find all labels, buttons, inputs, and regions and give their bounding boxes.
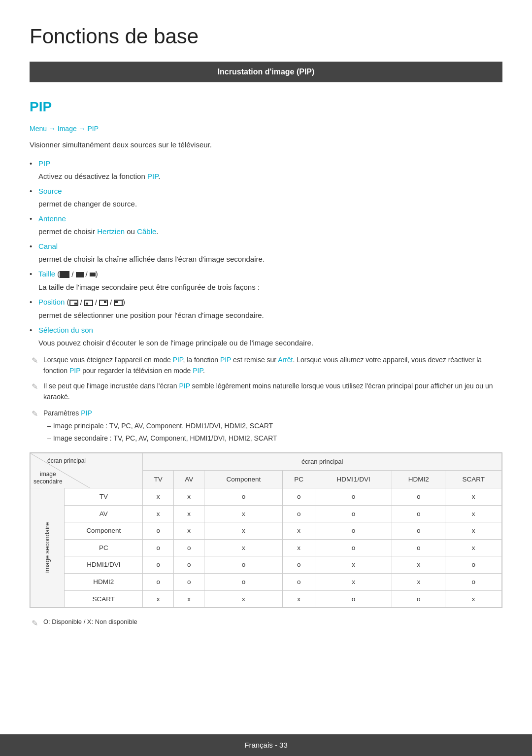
footer-bar: Français - 33 (0, 734, 532, 756)
cell-hdmi2-component: o (204, 573, 283, 590)
cell-tv-av: x (174, 488, 204, 505)
cell-pc-pc: x (283, 539, 315, 556)
row-component-label: Component (65, 522, 143, 540)
cell-av-component: x (204, 505, 283, 522)
col-tv: TV (143, 471, 174, 488)
cell-scart-hdmi1: o (315, 590, 392, 608)
cell-comp-hdmi1: o (315, 522, 392, 540)
cell-hdmi2-hdmi1: x (315, 573, 392, 590)
breadcrumb: Menu → Image → PIP (30, 123, 502, 134)
cell-tv-hdmi2: o (392, 488, 445, 505)
diagonal-label-bottom: imagesecondaire (33, 471, 63, 485)
pip-table-container: écran principal imagesecondaire écran pr… (30, 452, 502, 608)
canal-desc: permet de choisir la chaîne affichée dan… (38, 253, 502, 265)
cell-comp-tv: o (143, 522, 174, 540)
cell-comp-component: x (204, 522, 283, 540)
cell-hdmi1-scart: o (445, 556, 502, 574)
list-item-source: Source permet de changer de source. (30, 185, 502, 210)
table-row: image secondaire TV x x o o o o x (31, 488, 502, 505)
son-term: Sélection du son (38, 326, 93, 334)
col-av: AV (174, 471, 204, 488)
diagonal-cell: écran principal imagesecondaire (31, 453, 143, 488)
list-item-pip: PIP Activez ou désactivez la fonction PI… (30, 158, 502, 182)
cell-scart-hdmi2: o (392, 590, 445, 608)
cell-pc-hdmi2: o (392, 539, 445, 556)
taille-term: Taille (38, 270, 55, 278)
cell-av-av: x (174, 505, 204, 522)
col-hdmi1dvi: HDMI1/DVI (315, 471, 392, 488)
son-desc: Vous pouvez choisir d'écouter le son de … (38, 337, 502, 349)
pos-icon-3 (99, 300, 108, 306)
source-desc: permet de changer de source. (38, 198, 502, 210)
taille-desc: La taille de l'image secondaire peut êtr… (38, 281, 502, 293)
cell-tv-hdmi1: o (315, 488, 392, 505)
pip-section-title: PIP (30, 96, 502, 118)
antenne-desc: permet de choisir Hertzien ou Câble. (38, 226, 502, 238)
cell-av-tv: x (143, 505, 174, 522)
row-tv-label: TV (65, 488, 143, 505)
cell-hdmi2-pc: o (283, 573, 315, 590)
param-1: Image principale : TV, PC, AV, Component… (30, 420, 502, 431)
cell-pc-scart: x (445, 539, 502, 556)
cell-hdmi1-pc: o (283, 556, 315, 574)
cell-av-pc: o (283, 505, 315, 522)
list-item-son: Sélection du son Vous pouvez choisir d'é… (30, 324, 502, 349)
pos-icon-2 (84, 300, 93, 306)
table-row: AV x x x o o o x (31, 505, 502, 522)
footer-text: Français - 33 (244, 741, 288, 749)
source-term: Source (38, 187, 62, 195)
table-row: SCART x x x x o o x (31, 590, 502, 608)
cell-scart-component: x (204, 590, 283, 608)
param-2: Image secondaire : TV, PC, AV, Component… (30, 433, 502, 444)
col-scart: SCART (445, 471, 502, 488)
list-item-taille: Taille ( / / ) La taille de l'image seco… (30, 268, 502, 293)
table-row: Component o x x x o o x (31, 522, 502, 540)
row-hdmi1-label: HDMI1/DVI (65, 556, 143, 574)
note-1: Lorsque vous éteignez l'appareil en mode… (30, 355, 502, 376)
cell-av-hdmi2: o (392, 505, 445, 522)
canal-term: Canal (38, 242, 58, 250)
cell-hdmi2-hdmi2: x (392, 573, 445, 590)
cell-pc-hdmi1: o (315, 539, 392, 556)
list-item-position: Position ( / / / ) permet de sélectionne… (30, 296, 502, 321)
cell-comp-hdmi2: o (392, 522, 445, 540)
cell-pc-component: x (204, 539, 283, 556)
cell-hdmi2-tv: o (143, 573, 174, 590)
cell-hdmi2-scart: o (445, 573, 502, 590)
cell-tv-component: o (204, 488, 283, 505)
cell-hdmi2-av: o (174, 573, 204, 590)
pos-icon-4 (114, 300, 123, 306)
cell-scart-pc: x (283, 590, 315, 608)
avail-note: O: Disponible / X: Non disponible (30, 617, 502, 627)
cell-hdmi1-tv: o (143, 556, 174, 574)
taille-icon-large (60, 271, 69, 278)
feature-list: PIP Activez ou désactivez la fonction PI… (30, 158, 502, 349)
diagonal-label-top: écran principal (47, 456, 86, 466)
row-hdmi2-label: HDMI2 (65, 573, 143, 590)
cell-pc-tv: o (143, 539, 174, 556)
col-hdmi2: HDMI2 (392, 471, 445, 488)
cell-comp-av: x (174, 522, 204, 540)
list-item-antenne: Antenne permet de choisir Hertzien ou Câ… (30, 213, 502, 238)
row-label-image-secondaire: image secondaire (31, 488, 65, 607)
pos-icon-1 (69, 300, 78, 306)
cell-tv-tv: x (143, 488, 174, 505)
params-pip: Paramètres PIP (30, 408, 502, 418)
intro-text: Visionner simultanément deux sources sur… (30, 139, 502, 151)
taille-icon-medium (76, 272, 84, 277)
cell-pc-av: o (174, 539, 204, 556)
cell-comp-pc: x (283, 522, 315, 540)
cell-scart-scart: x (445, 590, 502, 608)
table-row: PC o o x x o o x (31, 539, 502, 556)
row-av-label: AV (65, 505, 143, 522)
row-scart-label: SCART (65, 590, 143, 608)
note-2: Il se peut que l'image incrustée dans l'… (30, 381, 502, 402)
cell-tv-scart: x (445, 488, 502, 505)
antenne-term: Antenne (38, 214, 66, 223)
list-item-canal: Canal permet de choisir la chaîne affich… (30, 241, 502, 265)
position-term: Position (38, 298, 65, 306)
table-row: HDMI2 o o o o x x o (31, 573, 502, 590)
taille-icon-small (90, 273, 96, 276)
pip-table: écran principal imagesecondaire écran pr… (30, 453, 502, 608)
cell-av-hdmi1: o (315, 505, 392, 522)
